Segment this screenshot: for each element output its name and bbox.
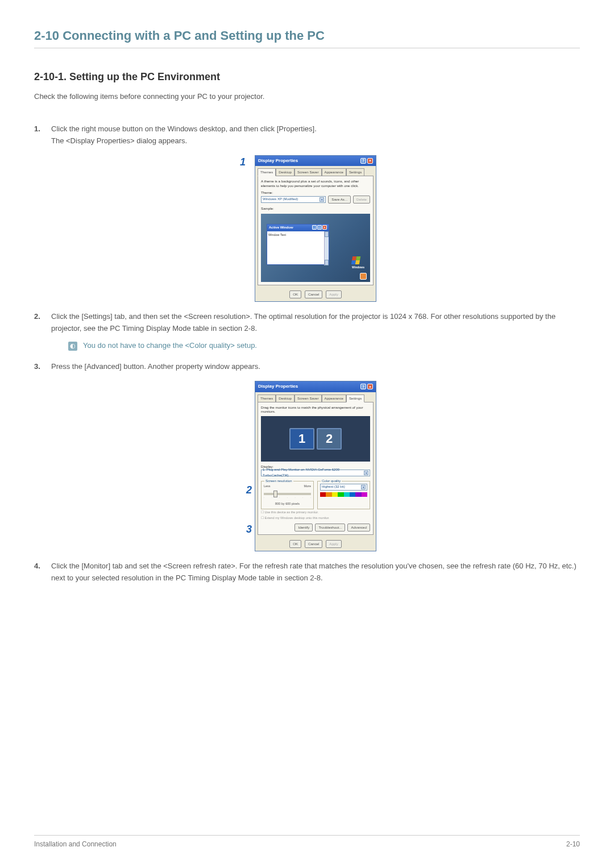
tabs-row: Themes Desktop Screen Saver Appearance S… — [255, 392, 376, 402]
footer-left: Installation and Connection — [34, 840, 117, 848]
callout-3: 3 — [246, 521, 252, 538]
tab-desktop[interactable]: Desktop — [276, 168, 294, 176]
resolution-value: 800 by 600 pixels — [264, 501, 311, 506]
ok-button[interactable]: OK — [289, 290, 301, 298]
tab-themes[interactable]: Themes — [258, 394, 276, 402]
help-icon[interactable]: ? — [360, 384, 366, 389]
intro-text: Check the following items before connect… — [34, 92, 580, 101]
color-quality-select[interactable]: Highest (32 bit) ▾ — [320, 484, 367, 491]
display-select[interactable]: 1. Plug and Play Monitor on NVIDIA GeFor… — [261, 470, 370, 476]
step-3: Press the [Advanced] button. Another pro… — [34, 361, 580, 551]
tab-body-settings: Drag the monitor icons to match the phys… — [258, 402, 374, 535]
page-footer: Installation and Connection 2-10 — [34, 835, 580, 848]
tab-themes[interactable]: Themes — [258, 168, 276, 176]
resolution-slider[interactable] — [264, 493, 311, 495]
note-icon: ◐ — [68, 342, 77, 351]
monitor-2-icon[interactable]: 2 — [317, 428, 342, 450]
theme-value: Windows XP (Modified) — [263, 197, 298, 202]
dialog-title: Display Properties — [258, 383, 298, 391]
save-as-button[interactable]: Save As... — [328, 196, 351, 203]
monitor-1-icon[interactable]: 1 — [289, 428, 314, 450]
footer-right: 2-10 — [566, 840, 580, 848]
cancel-button[interactable]: Cancel — [305, 540, 322, 548]
dialog-titlebar: Display Properties ? × — [255, 381, 376, 392]
tab-body-themes: A theme is a background plus a set of so… — [258, 176, 374, 285]
dropdown-arrow-icon[interactable]: ▾ — [364, 471, 368, 475]
note: ◐ You do not have to change the <Color q… — [68, 340, 580, 352]
tab-screensaver[interactable]: Screen Saver — [294, 168, 322, 176]
dialog-buttons: OK Cancel Apply — [255, 288, 376, 301]
section-title: 2-10 Connecting with a PC and Setting up… — [34, 28, 580, 48]
window-text: Window Text — [268, 233, 286, 236]
step-3-text: Press the [Advanced] button. Another pro… — [51, 362, 260, 371]
callout-2: 2 — [246, 482, 252, 499]
scrollbar — [324, 231, 329, 265]
callout-1: 1 — [240, 154, 246, 171]
advanced-button[interactable]: Advanced — [347, 524, 370, 531]
step-2-text: Click the [Settings] tab, and then set t… — [51, 312, 555, 333]
subsection-title: 2-10-1. Setting up the PC Environment — [34, 71, 580, 83]
dialog-title: Display Properties — [258, 157, 298, 165]
theme-label: Theme: — [261, 190, 370, 196]
less-label: Less — [264, 484, 271, 489]
display-value: 1. Plug and Play Monitor on NVIDIA GeFor… — [263, 467, 364, 478]
tab-appearance[interactable]: Appearance — [322, 168, 346, 176]
dropdown-arrow-icon[interactable]: ▾ — [361, 485, 366, 489]
extend-desktop-checkbox: ☐ Extend my Windows desktop onto this mo… — [261, 515, 370, 521]
identify-button[interactable]: Identify — [294, 524, 313, 531]
screen-resolution-group: Screen resolution Less More ······· 800 … — [261, 481, 314, 509]
recycle-bin-icon — [360, 273, 367, 280]
delete-button: Delete — [353, 196, 370, 203]
sample-active-window: Active Window _ □ × Window Text — [267, 224, 329, 265]
step-4-text: Click the [Monitor] tab and set the <Scr… — [51, 562, 576, 582]
display-properties-dialog-themes: Display Properties ? × Themes Desktop Sc… — [255, 155, 376, 302]
step-1-text: Click the right mouse button on the Wind… — [51, 124, 317, 133]
color-bar — [320, 492, 367, 497]
note-text: You do not have to change the <Color qua… — [83, 340, 257, 352]
close-icon[interactable]: × — [367, 384, 373, 389]
windows-brand-text: Windows — [352, 265, 364, 269]
slider-thumb[interactable] — [273, 491, 277, 497]
more-label: More — [304, 484, 311, 489]
dialog-buttons: OK Cancel Apply — [255, 537, 376, 551]
dropdown-arrow-icon[interactable]: ▾ — [320, 197, 324, 202]
windows-logo: Windows — [352, 256, 364, 269]
tab-screensaver[interactable]: Screen Saver — [294, 394, 322, 402]
display-properties-dialog-settings: Display Properties ? × Themes Desktop Sc… — [255, 381, 376, 551]
color-quality-legend: Color quality — [321, 479, 342, 484]
apply-button: Apply — [326, 540, 341, 548]
step-4: Click the [Monitor] tab and set the <Scr… — [34, 560, 580, 584]
tab-settings[interactable]: Settings — [346, 168, 364, 176]
close-icon[interactable]: × — [367, 158, 373, 164]
apply-button: Apply — [326, 290, 341, 298]
sample-label: Sample: — [261, 206, 370, 211]
settings-desc: Drag the monitor icons to match the phys… — [261, 405, 370, 414]
primary-monitor-checkbox: ☐ Use this device as the primary monitor… — [261, 509, 370, 516]
window-close-icon: × — [322, 225, 327, 230]
step-2: Click the [Settings] tab, and then set t… — [34, 311, 580, 352]
active-window-title: Active Window — [269, 225, 293, 231]
resolution-legend: Screen resolution — [264, 479, 293, 484]
dialog-titlebar: Display Properties ? × — [255, 156, 376, 167]
tab-desktop[interactable]: Desktop — [276, 394, 294, 402]
troubleshoot-button[interactable]: Troubleshoot... — [315, 524, 345, 531]
sample-area: Active Window _ □ × Window Text — [261, 214, 370, 282]
step-1: Click the right mouse button on the Wind… — [34, 123, 580, 302]
theme-select[interactable]: Windows XP (Modified) ▾ — [261, 196, 326, 203]
step-1-sub: The <Display Properties> dialog appears. — [51, 136, 187, 145]
tab-settings[interactable]: Settings — [346, 394, 364, 402]
color-quality-value: Highest (32 bit) — [322, 484, 345, 490]
help-icon[interactable]: ? — [360, 158, 366, 164]
cancel-button[interactable]: Cancel — [305, 290, 322, 298]
minimize-icon: _ — [312, 225, 317, 230]
color-quality-group: Color quality Highest (32 bit) ▾ — [317, 481, 370, 509]
maximize-icon: □ — [317, 225, 322, 230]
themes-desc: A theme is a background plus a set of so… — [261, 179, 370, 188]
tabs-row: Themes Desktop Screen Saver Appearance S… — [255, 166, 376, 176]
ok-button[interactable]: OK — [289, 540, 301, 548]
tab-appearance[interactable]: Appearance — [322, 394, 346, 402]
monitor-arrangement[interactable]: 1 2 — [261, 416, 370, 462]
